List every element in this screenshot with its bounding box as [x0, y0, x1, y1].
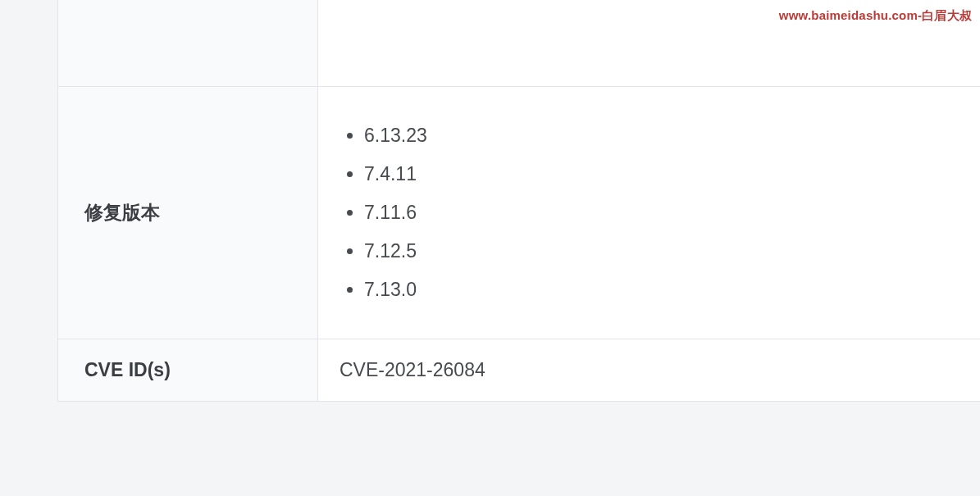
- list-item: 7.13.0: [364, 271, 967, 309]
- fixed-versions-value: 6.13.23 7.4.11 7.11.6 7.12.5 7.13.0: [318, 87, 981, 339]
- affected-versions-label: [58, 0, 318, 87]
- fixed-versions-list: 6.13.23 7.4.11 7.11.6 7.12.5 7.13.0: [364, 116, 967, 309]
- watermark-name: 白眉大叔: [922, 8, 972, 22]
- watermark: www.baimeidashu.com-白眉大叔: [779, 8, 972, 24]
- list-item: 7.11.6: [364, 193, 967, 232]
- affected-prefix: All 7.12.x versions: [364, 0, 522, 4]
- watermark-domain: www.baimeidashu.com: [779, 8, 918, 22]
- list-item: 6.13.23: [364, 116, 967, 155]
- page-root: www.baimeidashu.com-白眉大叔 All 7.12.x vers…: [0, 0, 980, 496]
- cve-id-label: CVE ID(s): [58, 339, 318, 402]
- vuln-table: All 7.12.x versions before 7.12.5 修复版本 6…: [57, 0, 980, 402]
- affected-suffix: 7.12.5: [580, 0, 637, 4]
- cve-id-value: CVE-2021-26084: [318, 339, 981, 402]
- list-item: 7.12.5: [364, 232, 967, 271]
- table-row: 修复版本 6.13.23 7.4.11 7.11.6 7.12.5 7.13.0: [58, 87, 981, 339]
- table-row: CVE ID(s) CVE-2021-26084: [58, 339, 981, 402]
- affected-bold: before: [522, 0, 580, 4]
- list-item: 7.4.11: [364, 155, 967, 193]
- fixed-versions-label: 修复版本: [58, 87, 318, 339]
- content-card: All 7.12.x versions before 7.12.5 修复版本 6…: [57, 0, 980, 402]
